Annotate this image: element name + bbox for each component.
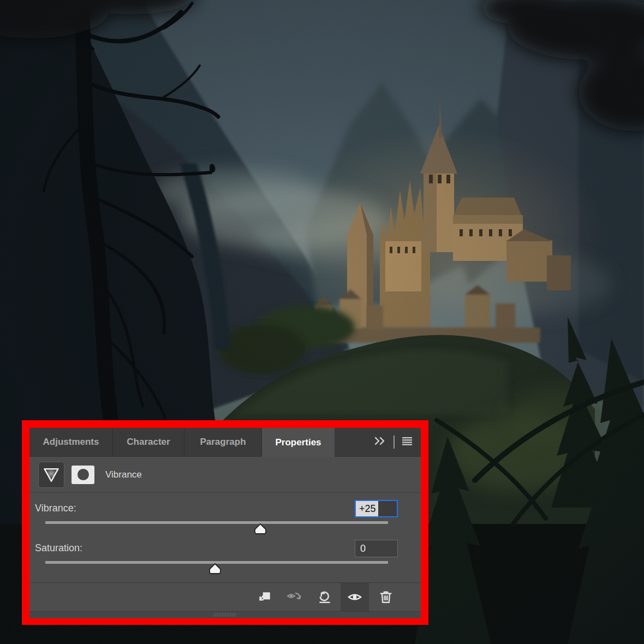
tab-adjustments[interactable]: Adjustments bbox=[29, 428, 113, 456]
panel-toolbar bbox=[29, 582, 421, 611]
panel-bottom-strip bbox=[29, 611, 421, 618]
mask-circle bbox=[77, 469, 89, 480]
resize-grip[interactable] bbox=[214, 613, 237, 617]
saturation-value-input[interactable]: 0 bbox=[355, 540, 398, 557]
double-chevron-icon[interactable] bbox=[373, 436, 386, 449]
saturation-slider-track[interactable] bbox=[45, 561, 388, 564]
vibrance-value-input[interactable]: +25 bbox=[355, 500, 398, 517]
reset-icon[interactable] bbox=[313, 585, 337, 610]
panel-menu-icon[interactable] bbox=[402, 436, 413, 449]
tab-strip-right bbox=[335, 428, 421, 456]
delete-icon[interactable] bbox=[374, 585, 398, 610]
adjustment-title: Vibrance bbox=[105, 469, 142, 480]
tab-paragraph[interactable]: Paragraph bbox=[184, 428, 262, 456]
properties-panel: Adjustments Character Paragraph Properti… bbox=[29, 428, 421, 617]
layer-mask-thumbnail[interactable] bbox=[71, 466, 94, 484]
vibrance-adjustment-icon[interactable] bbox=[38, 462, 64, 488]
saturation-slider-thumb[interactable] bbox=[209, 563, 221, 574]
adjustment-header: Vibrance bbox=[29, 457, 421, 493]
visibility-eye-icon[interactable] bbox=[343, 585, 367, 610]
red-highlight-frame: Adjustments Character Paragraph Properti… bbox=[22, 420, 428, 625]
vibrance-slider-track[interactable] bbox=[45, 521, 388, 524]
adjustment-controls: Vibrance: +25 Saturation: 0 bbox=[29, 493, 421, 582]
tab-properties[interactable]: Properties bbox=[262, 428, 335, 457]
vibrance-label: Vibrance: bbox=[35, 503, 76, 514]
vibrance-slider-thumb[interactable] bbox=[254, 523, 266, 534]
vibrance-value-selected-text: +25 bbox=[356, 501, 378, 516]
tab-strip-divider bbox=[393, 436, 395, 449]
saturation-value-text: 0 bbox=[360, 543, 366, 554]
previous-state-eye-icon[interactable] bbox=[283, 585, 307, 610]
clip-to-layer-icon[interactable] bbox=[253, 585, 277, 610]
tab-character[interactable]: Character bbox=[113, 428, 184, 456]
panel-tab-strip: Adjustments Character Paragraph Properti… bbox=[29, 428, 421, 457]
saturation-label: Saturation: bbox=[35, 542, 82, 554]
